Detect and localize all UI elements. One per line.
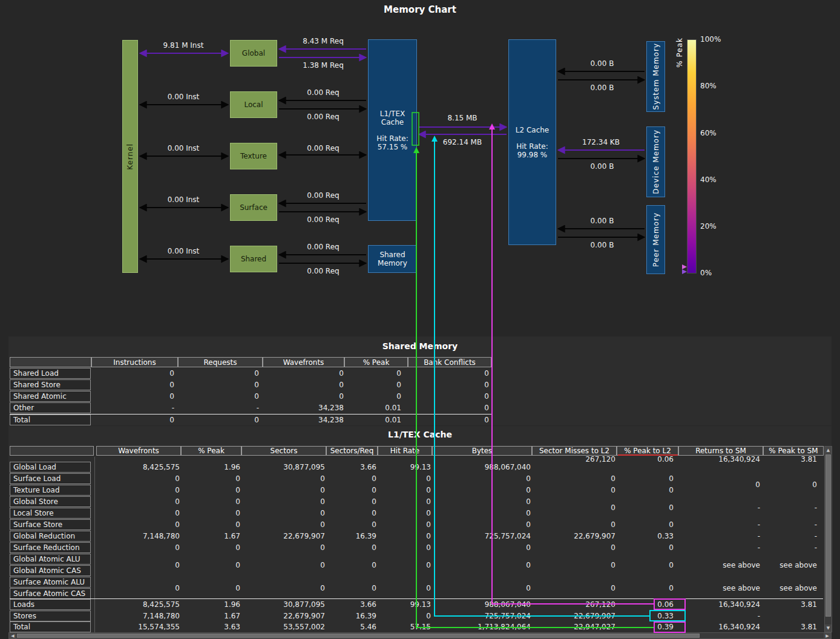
table-cell: 0.01	[310, 415, 401, 425]
l1-section-title: L1/TEX Cache	[0, 430, 840, 439]
peak-scale-tick-80: 80%	[700, 82, 717, 90]
total-row-separator	[10, 414, 491, 415]
table-cell: -	[168, 403, 259, 413]
table-cell: 0	[328, 583, 431, 593]
column-header[interactable]: Sectors	[241, 446, 326, 456]
table-cell: 99.13	[328, 462, 431, 472]
table-cell: 0	[310, 392, 401, 401]
l2-hit-rate-value: 99.98 %	[516, 151, 549, 159]
scroll-right-button[interactable]: ▶	[824, 633, 831, 638]
l2-device-bottom-label: 0.00 B	[591, 162, 614, 171]
table-cell: -	[714, 543, 817, 552]
table-cell: 3.81	[714, 600, 817, 609]
row-label: Other	[10, 402, 91, 413]
table-cell: 0	[328, 474, 431, 483]
scale-marker-icon	[682, 264, 687, 269]
column-header[interactable]: Sectors/Req	[326, 446, 378, 456]
row-label: Total	[10, 415, 91, 425]
scroll-up-button[interactable]: ▲	[825, 447, 832, 454]
l1-cache-box-name: L1/TEX	[376, 110, 408, 118]
horizontal-scrollbar[interactable]: ◀ ▶	[8, 632, 832, 639]
peer-memory-label: Peer Memory	[652, 212, 660, 267]
table-cell: 0	[398, 392, 489, 401]
unit-box-texture: Texture	[230, 143, 277, 169]
kernel-surface-inst-label: 0.00 Inst	[168, 195, 200, 204]
column-header[interactable]: Bank Conflicts	[408, 357, 491, 367]
table-cell: 3.81	[714, 454, 817, 464]
column-header[interactable]: Wavefronts	[96, 446, 181, 456]
column-header[interactable]: % Peak	[344, 357, 408, 367]
kernel-box-label: Kernel	[126, 143, 134, 170]
scroll-left-button[interactable]: ◀	[9, 633, 16, 638]
table-cell: 0	[168, 392, 259, 401]
table-cell: 3.81	[714, 622, 817, 632]
global-req-top-label: 8.43 M Req	[303, 37, 344, 45]
shared-memory-box-label2: Memory	[378, 259, 407, 267]
table-cell: 99.13	[328, 600, 431, 609]
l2-system-top-label: 0.00 B	[591, 59, 614, 68]
table-cell: 0	[328, 531, 431, 541]
corner-header[interactable]	[10, 446, 94, 456]
vertical-scrollbar[interactable]: ▲ ▼	[824, 446, 832, 632]
column-header[interactable]: Wavefronts	[263, 357, 344, 367]
column-header[interactable]: Hit Rate	[378, 446, 432, 456]
unit-box-surface: Surface	[230, 194, 277, 221]
table-cell: 0	[328, 611, 431, 621]
texture-req-label: 0.00 Req	[307, 144, 339, 152]
unit-box-texture-label: Texture	[240, 152, 267, 160]
scroll-down-button[interactable]: ▼	[825, 624, 832, 632]
unit-box-surface-label: Surface	[240, 203, 267, 212]
global-req-bottom-label: 1.38 M Req	[303, 61, 344, 70]
column-header[interactable]: Instructions	[91, 357, 178, 367]
l2-device-top-label: 172.34 KB	[582, 138, 620, 146]
system-memory-box: System Memory	[646, 41, 665, 112]
shared-memory-section-title: Shared Memory	[0, 341, 840, 351]
l1-cache-box-name2: Cache	[376, 118, 408, 126]
peak-scale-bar	[687, 39, 697, 274]
table-cell: 0	[84, 392, 174, 401]
shared-req-top-label: 0.00 Req	[307, 243, 339, 251]
scale-marker-icon	[682, 269, 687, 274]
peak-scale-tick-0: 0%	[700, 269, 712, 277]
nsight-memory-workload-page: Memory Chart Kernel Global Local Texture…	[0, 0, 840, 639]
unit-box-shared: Shared	[230, 246, 277, 272]
table-cell: 0	[428, 508, 531, 518]
local-req-top-label: 0.00 Req	[307, 88, 339, 97]
l2-peer-bottom-label: 0.00 B	[591, 241, 614, 249]
table-cell: 0	[84, 415, 174, 425]
table-cell: 0	[328, 485, 431, 495]
l2-cache-box: L2 Cache Hit Rate: 99.98 %	[508, 39, 556, 245]
label-column-divider	[94, 457, 95, 632]
kernel-global-inst-label: 9.81 M Inst	[163, 41, 204, 50]
table-cell: 0	[328, 520, 431, 529]
l1-l2-traffic-bottom-label: 692.14 MB	[443, 138, 482, 146]
row-label: Shared Atomic	[10, 391, 91, 402]
row-label: Shared Load	[10, 368, 91, 379]
local-req-bottom-label: 0.00 Req	[307, 113, 339, 121]
table-cell: see above	[714, 560, 817, 570]
peak-scale-tick-100: 100%	[700, 35, 721, 44]
l2-peer-top-label: 0.00 B	[591, 217, 614, 225]
aggregate-row-separator	[10, 598, 823, 599]
page-title: Memory Chart	[0, 4, 840, 15]
column-header[interactable]: Requests	[178, 357, 263, 367]
unit-box-global-label: Global	[242, 49, 265, 57]
peer-memory-box: Peer Memory	[646, 205, 665, 274]
corner-header[interactable]	[10, 357, 91, 367]
table-cell: 0	[328, 508, 431, 518]
column-header[interactable]: % Peak	[181, 446, 241, 456]
l1-cache-box: L1/TEX Cache Hit Rate: 57.15 %	[368, 39, 417, 221]
peak-scale-title-text: % Peak	[675, 38, 684, 68]
spacer	[516, 134, 549, 142]
table-cell: 0	[571, 485, 674, 495]
peak-scale-tick-20: 20%	[700, 222, 717, 231]
table-cell: 0.01	[310, 403, 401, 413]
l2-system-bottom-label: 0.00 B	[591, 84, 614, 92]
horizontal-scrollbar-thumb[interactable]	[17, 634, 700, 638]
table-cell: 0	[714, 480, 817, 490]
table-cell: 0	[168, 369, 259, 378]
vertical-scrollbar-thumb[interactable]	[825, 454, 831, 617]
peak-scale-tick-40: 40%	[700, 175, 717, 184]
table-cell: 0	[310, 369, 401, 378]
table-cell: 0	[398, 380, 489, 390]
